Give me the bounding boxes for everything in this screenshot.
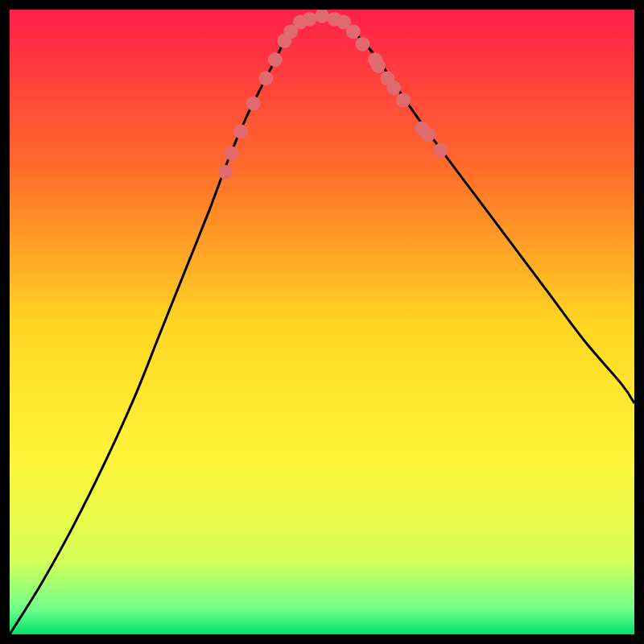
highlight-dot [233,124,248,138]
highlight-dot [346,24,361,39]
highlight-dot [355,37,369,52]
highlight-dot [268,52,283,67]
highlight-dot [218,165,233,180]
highlight-dot [371,59,386,73]
highlight-dot [224,146,238,160]
chart-frame: TheBottleneck.com [10,10,634,634]
highlight-dot [258,71,273,85]
highlight-dot [433,143,448,158]
highlight-dot [246,96,261,110]
highlight-dot [421,127,436,142]
highlight-dot [396,93,411,108]
bottleneck-chart [10,10,634,634]
highlight-dot [302,12,316,27]
highlight-dot [386,80,401,95]
gradient-background [10,10,634,634]
